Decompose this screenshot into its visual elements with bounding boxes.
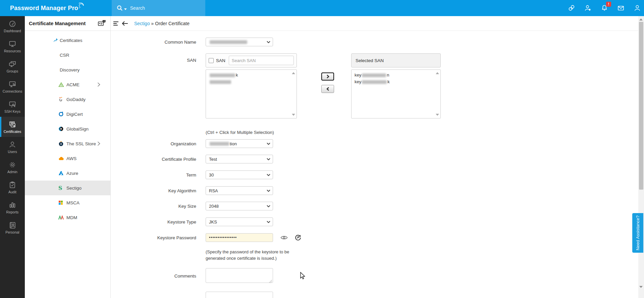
scroll-down-icon[interactable]: [436, 114, 439, 116]
certificate-profile-row: Certificate Profile Test: [111, 155, 638, 163]
comments-textarea[interactable]: [206, 268, 273, 283]
rail-item-groups[interactable]: Groups: [0, 56, 25, 77]
page-scrollbar[interactable]: [638, 16, 644, 298]
term-label: Term: [111, 172, 196, 178]
menu-item-azure[interactable]: Azure: [25, 166, 110, 181]
selected-san-listbox[interactable]: keyn keyk: [351, 69, 441, 118]
scroll-down-icon[interactable]: [639, 286, 643, 288]
rail-item-reports[interactable]: Reports: [0, 197, 25, 217]
user-star-icon[interactable]: [584, 4, 592, 12]
back-arrow-icon[interactable]: [121, 21, 128, 26]
rail-item-admin[interactable]: Admin: [0, 157, 25, 177]
selected-san-option[interactable]: keyk: [355, 79, 434, 85]
san-transfer-buttons: [321, 72, 334, 93]
san-row: SAN SAN k: [111, 53, 638, 118]
keystore-password-note: (Specify the password of the keystore to…: [206, 249, 638, 262]
globalsign-logo: [58, 126, 64, 132]
move-left-button[interactable]: [321, 85, 334, 93]
eye-icon[interactable]: [280, 235, 288, 240]
menu-item-globalsign[interactable]: GlobalSign: [25, 121, 110, 136]
rail-item-resources[interactable]: Resources: [0, 36, 25, 56]
menu-item-acme[interactable]: ACME: [25, 77, 110, 92]
comments-label: Comments: [111, 274, 196, 279]
san-checkbox[interactable]: [209, 58, 214, 63]
menu-item-digicert[interactable]: DigiCert: [25, 107, 110, 121]
certificate-profile-label: Certificate Profile: [111, 157, 196, 162]
search-input[interactable]: [130, 5, 197, 11]
organization-select[interactable]: tion: [206, 139, 273, 148]
menu-item-discovery[interactable]: Discovery: [25, 62, 110, 77]
link-icon[interactable]: [568, 4, 576, 12]
organization-row: Organization tion: [111, 139, 638, 148]
common-name-label: Common Name: [111, 40, 196, 45]
selected-san-header: Selected SAN: [351, 53, 441, 67]
term-row: Term 30: [111, 170, 638, 179]
gauge-icon: [8, 20, 16, 28]
password-actions: [280, 234, 301, 241]
msca-logo: [58, 200, 64, 205]
menu-toggle-icon[interactable]: [113, 20, 119, 27]
key-algorithm-select[interactable]: RSA: [206, 186, 273, 195]
san-option[interactable]: k: [209, 72, 290, 79]
move-right-button[interactable]: [321, 72, 334, 81]
san-search-input[interactable]: [229, 56, 294, 65]
breadcrumb-link-sectigo[interactable]: Sectigo: [134, 21, 150, 26]
keystore-type-label: Keystore Type: [111, 219, 196, 225]
rail-item-personal[interactable]: Personal: [0, 217, 25, 238]
remote-monitor-icon: [8, 80, 16, 88]
san-label: SAN: [111, 53, 196, 67]
chevron-right-icon: [97, 82, 100, 87]
rail-item-audit[interactable]: Audit: [0, 177, 25, 197]
order-certificate-form: Common Name SAN SAN k: [111, 31, 638, 298]
menu-item-mdm[interactable]: MDM: [25, 210, 110, 225]
global-search[interactable]: [112, 0, 205, 16]
next-field-partial[interactable]: [206, 292, 273, 298]
scroll-up-icon[interactable]: [639, 18, 643, 20]
san-option[interactable]: [209, 79, 290, 85]
breadcrumb-current: Order Certificate: [155, 21, 190, 26]
comments-wrap: [206, 268, 273, 284]
need-assistance-tab[interactable]: Need Assistance?: [632, 213, 643, 253]
user-icon[interactable]: [633, 4, 641, 12]
mail-icon[interactable]: [617, 4, 625, 12]
menu-item-sectigo[interactable]: S Sectigo: [25, 181, 110, 195]
aws-logo: [58, 156, 64, 161]
notification-badge: !: [606, 2, 611, 7]
keystore-type-select[interactable]: JKS: [206, 217, 273, 226]
menu-item-csr[interactable]: CSR: [25, 48, 110, 62]
rail-item-ssh-keys[interactable]: SSH Keys: [0, 97, 25, 117]
common-name-select[interactable]: [206, 38, 273, 46]
organization-label: Organization: [111, 141, 196, 146]
menu-item-aws[interactable]: AWS: [25, 151, 110, 166]
rail-item-certificates[interactable]: Certificates: [0, 117, 25, 137]
menu-item-ssl-store[interactable]: The SSL Store: [25, 136, 110, 151]
sslstore-logo: [58, 141, 64, 146]
regenerate-password-icon[interactable]: [294, 234, 301, 241]
mdm-logo: [58, 215, 64, 220]
menu-item-msca[interactable]: MSCA: [25, 195, 110, 210]
rail-item-dashboard[interactable]: Dashboard: [0, 16, 25, 36]
menu-item-godaddy[interactable]: GoDaddy: [25, 92, 110, 107]
top-bar: Password Manager Pro: [0, 0, 644, 16]
menu-item-certificates[interactable]: Certificates: [25, 33, 110, 48]
bar-chart-icon: [8, 201, 16, 209]
chevron-down-icon: [267, 41, 270, 43]
san-listbox[interactable]: k: [206, 69, 297, 118]
rail-item-connections[interactable]: Connections: [0, 77, 25, 97]
scroll-down-icon[interactable]: [292, 114, 295, 116]
term-select[interactable]: 30: [206, 170, 273, 179]
certificate-icon: [8, 120, 16, 129]
scroll-up-icon[interactable]: [292, 72, 295, 74]
certificate-profile-select[interactable]: Test: [206, 155, 273, 163]
rail-item-users[interactable]: Users: [0, 137, 25, 157]
keystore-password-input[interactable]: [206, 233, 273, 242]
scrollbar-thumb[interactable]: [639, 22, 643, 190]
key-size-select[interactable]: 2048: [206, 202, 273, 210]
chevron-down-icon: [267, 158, 270, 160]
certificate-chat-icon[interactable]: [98, 20, 106, 27]
bell-icon[interactable]: !: [600, 4, 608, 12]
scroll-up-icon[interactable]: [436, 72, 439, 74]
search-scope-caret-icon[interactable]: [124, 8, 127, 10]
selected-san-option[interactable]: keyn: [355, 72, 434, 79]
chevron-right-icon: [97, 141, 100, 146]
